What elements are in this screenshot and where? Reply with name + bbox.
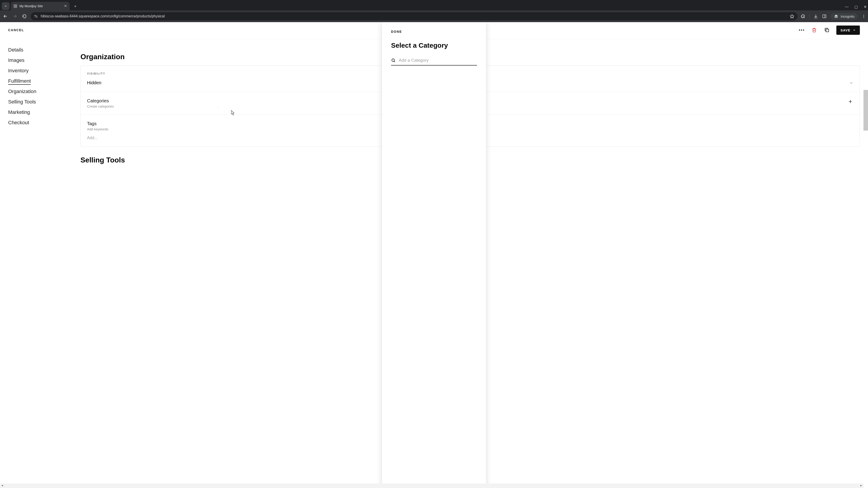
categories-title: Categories [87,98,219,103]
sidebar-item-details[interactable]: Details [8,45,81,55]
scroll-left-arrow[interactable]: ◄ [1,484,4,487]
svg-point-17 [799,30,800,31]
chevron-down-icon [852,29,856,32]
sidebar-item-images[interactable]: Images [8,55,81,66]
svg-rect-9 [823,15,826,18]
downloads-button[interactable] [813,14,818,19]
svg-line-22 [394,61,395,62]
tags-sub: Add keywords [87,127,108,131]
sidebar-item-organization[interactable]: Organization [8,86,81,97]
svg-point-12 [836,17,837,18]
sidebar-item-marketing[interactable]: Marketing [8,107,81,118]
svg-rect-3 [36,17,37,18]
panel-done-button[interactable]: DONE [391,30,477,33]
maximize-button[interactable]: ▢ [855,5,858,9]
tags-title: Tags [87,121,108,126]
svg-marker-6 [790,14,794,18]
tab-title: My Moodjoy Site [20,4,43,8]
svg-point-18 [801,30,802,31]
chevron-down-icon [849,81,853,85]
forward-button[interactable] [12,13,18,20]
sidebar-item-label: Organization [8,89,36,94]
download-icon [813,14,818,19]
browser-tab[interactable]: My Moodjoy Site ✕ [11,2,70,10]
svg-point-14 [864,15,864,15]
close-tab-button[interactable]: ✕ [64,4,67,8]
svg-point-19 [803,30,804,31]
sidebar-item-label: Details [8,47,23,53]
puzzle-icon [801,14,805,19]
product-sidebar: Details Images Inventory Fulfillment Org… [8,38,81,488]
horizontal-scrollbar[interactable]: ◄ ► [0,484,864,488]
delete-button[interactable] [811,27,817,33]
sidebar-item-checkout[interactable]: Checkout [8,118,81,128]
svg-point-21 [392,59,395,61]
sidebar-item-label: Fulfillment [8,78,31,85]
incognito-icon [834,14,838,18]
sidebar-item-label: Checkout [8,120,29,125]
site-settings-icon[interactable] [34,14,38,18]
trash-icon [812,27,817,33]
svg-point-16 [864,17,864,18]
star-icon [790,14,794,19]
new-tab-button[interactable]: ＋ [72,3,79,9]
toolbar-right-actions: Incognito [801,13,866,20]
sidebar-item-label: Images [8,57,24,63]
ellipsis-icon [799,29,804,31]
category-search-row [391,56,477,66]
svg-point-15 [864,16,864,17]
select-category-panel: DONE Select a Category [382,22,486,488]
window-controls: — ▢ ✕ [845,5,867,9]
reader-button[interactable] [822,14,827,19]
tab-search-button[interactable] [2,2,9,10]
save-label: SAVE [840,28,850,32]
tab-strip: My Moodjoy Site ✕ ＋ — ▢ ✕ [0,0,868,10]
close-window-button[interactable]: ✕ [864,5,867,9]
more-options-button[interactable] [798,27,805,33]
browser-toolbar: hibiscus-seabass-6444.squarespace.com/co… [0,10,868,22]
vertical-scrollbar-thumb[interactable] [864,90,868,131]
kebab-icon [862,14,866,18]
app-viewport: CANCEL SAVE Details Images Inventory Ful… [0,22,868,488]
sidebar-item-inventory[interactable]: Inventory [8,66,81,76]
bookmark-button[interactable] [790,14,794,19]
favicon-icon [13,4,17,8]
minimize-button[interactable]: — [845,5,848,9]
category-search-input[interactable] [399,58,477,63]
header-actions: SAVE [798,26,860,35]
arrow-right-icon [13,14,17,19]
incognito-indicator[interactable]: Incognito [831,13,858,20]
back-button[interactable] [2,13,8,20]
panel-title: Select a Category [391,41,477,49]
categories-sub-tail: . [218,104,219,108]
svg-rect-2 [35,15,36,16]
search-icon [391,58,396,63]
svg-rect-20 [826,29,829,32]
reload-icon [22,14,27,19]
visibility-value: Hidden [87,80,101,86]
reload-button[interactable] [21,13,28,20]
arrow-left-icon [3,14,8,19]
svg-point-11 [835,17,836,18]
chevron-down-icon [4,4,7,8]
url-bar[interactable]: hibiscus-seabass-6444.squarespace.com/co… [31,12,798,20]
scroll-right-arrow[interactable]: ► [860,484,863,487]
browser-chrome: My Moodjoy Site ✕ ＋ — ▢ ✕ hibiscus-seaba… [0,0,868,22]
sidebar-item-label: Inventory [8,68,29,73]
sidebar-item-fulfillment[interactable]: Fulfillment [8,76,81,86]
cancel-button[interactable]: CANCEL [8,28,24,32]
panel-icon [822,14,827,19]
incognito-label: Incognito [841,14,855,18]
url-text: hibiscus-seabass-6444.squarespace.com/co… [41,14,165,18]
copy-icon [824,27,830,33]
sidebar-item-label: Marketing [8,109,30,115]
save-button[interactable]: SAVE [836,26,860,35]
categories-sub: Create categories [87,104,114,108]
extensions-button[interactable] [801,14,805,19]
sidebar-item-label: Selling Tools [8,99,36,105]
sidebar-item-selling-tools[interactable]: Selling Tools [8,97,81,107]
add-category-button[interactable]: ＋ [847,98,853,104]
duplicate-button[interactable] [824,27,830,33]
browser-menu-button[interactable] [862,14,866,18]
